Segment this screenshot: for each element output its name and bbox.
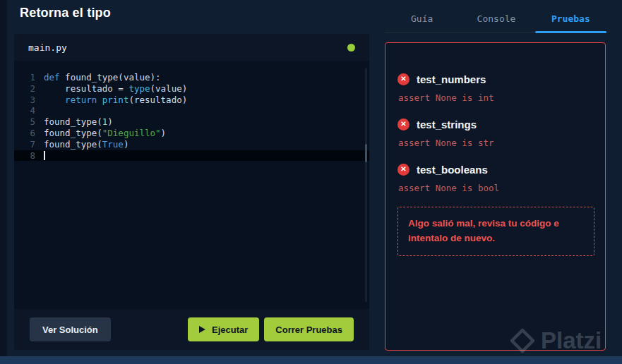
editor-scrollbar[interactable] xyxy=(365,68,367,302)
code-line: 7found_type(True) xyxy=(14,139,369,150)
page-title: Retorna el tipo xyxy=(20,6,111,20)
line-content xyxy=(35,150,45,162)
test-name: test_numbers xyxy=(417,73,486,85)
text-cursor xyxy=(44,151,45,160)
play-icon xyxy=(199,326,205,333)
code-editor-panel: main.py 1def found_type(value):2 resulta… xyxy=(14,34,369,350)
line-number: 2 xyxy=(14,83,35,95)
line-content: return print(resultado) xyxy=(35,95,187,106)
test-result-header: ✕test_booleans xyxy=(397,162,593,177)
view-solution-button[interactable]: Ver Solución xyxy=(30,317,111,341)
background-edge-strip xyxy=(0,0,7,364)
line-content: found_type(True) xyxy=(35,139,128,150)
test-assert-message: assert None is int xyxy=(397,92,593,104)
tab-console[interactable]: Console xyxy=(459,6,533,32)
editor-status-dot-icon xyxy=(347,44,355,51)
code-line: 6found_type("Dieguillo") xyxy=(14,128,369,139)
test-result-header: ✕test_strings xyxy=(397,116,593,132)
fail-x-icon: ✕ xyxy=(397,164,409,176)
tests-results-panel: ✕test_numbersassert None is int✕test_str… xyxy=(385,42,606,351)
code-line: 8 xyxy=(14,150,369,162)
code-line: 4 xyxy=(14,105,369,116)
line-content: resultado = type(value) xyxy=(35,83,187,95)
test-result-item: ✕test_booleansassert None is bool xyxy=(397,162,593,194)
test-result-item: ✕test_numbersassert None is int xyxy=(397,71,593,104)
editor-scrollbar-thumb[interactable] xyxy=(365,144,367,162)
editor-footer: Ver Solución Ejecutar Correr Pruebas xyxy=(14,309,369,350)
line-number: 7 xyxy=(14,139,35,150)
line-number: 8 xyxy=(14,150,35,162)
line-content: found_type(1) xyxy=(35,116,113,128)
line-number: 6 xyxy=(14,128,35,139)
error-message-text: Algo salió mal, revisa tu código e inten… xyxy=(408,218,559,243)
code-lines: 1def found_type(value):2 resultado = typ… xyxy=(14,72,369,161)
test-name: test_booleans xyxy=(417,164,488,176)
test-result-item: ✕test_stringsassert None is str xyxy=(397,116,593,149)
code-editor-area[interactable]: 1def found_type(value):2 resultado = typ… xyxy=(14,61,369,309)
code-line: 1def found_type(value): xyxy=(14,72,369,83)
code-line: 5found_type(1) xyxy=(14,116,369,128)
test-result-header: ✕test_numbers xyxy=(397,71,593,87)
fail-x-icon: ✕ xyxy=(397,119,409,131)
line-content: def found_type(value): xyxy=(35,72,161,83)
line-content: found_type("Dieguillo") xyxy=(35,128,166,139)
tests-list: ✕test_numbersassert None is int✕test_str… xyxy=(397,71,593,194)
code-line: 2 resultado = type(value) xyxy=(14,83,369,95)
line-number: 3 xyxy=(14,95,35,106)
tab-guia[interactable]: Guía xyxy=(385,6,459,32)
run-tests-button[interactable]: Correr Pruebas xyxy=(264,317,354,341)
run-button[interactable]: Ejecutar xyxy=(188,317,259,341)
test-assert-message: assert None is bool xyxy=(397,183,593,194)
fail-x-icon: ✕ xyxy=(397,73,409,85)
code-line: 3 return print(resultado) xyxy=(14,95,369,106)
editor-filename: main.py xyxy=(28,42,67,53)
line-number: 5 xyxy=(14,116,35,128)
bottom-bar xyxy=(0,356,622,364)
error-message-box: Algo salió mal, revisa tu código e inten… xyxy=(397,207,594,256)
editor-header: main.py xyxy=(14,34,369,61)
run-button-label: Ejecutar xyxy=(212,324,248,335)
tab-pruebas[interactable]: Pruebas xyxy=(534,6,608,32)
test-name: test_strings xyxy=(417,119,477,131)
test-assert-message: assert None is str xyxy=(397,138,593,149)
line-number: 1 xyxy=(14,72,35,83)
line-number: 4 xyxy=(14,105,35,116)
line-content xyxy=(35,105,44,116)
right-panel-tabs: Guía Console Pruebas xyxy=(385,6,608,32)
